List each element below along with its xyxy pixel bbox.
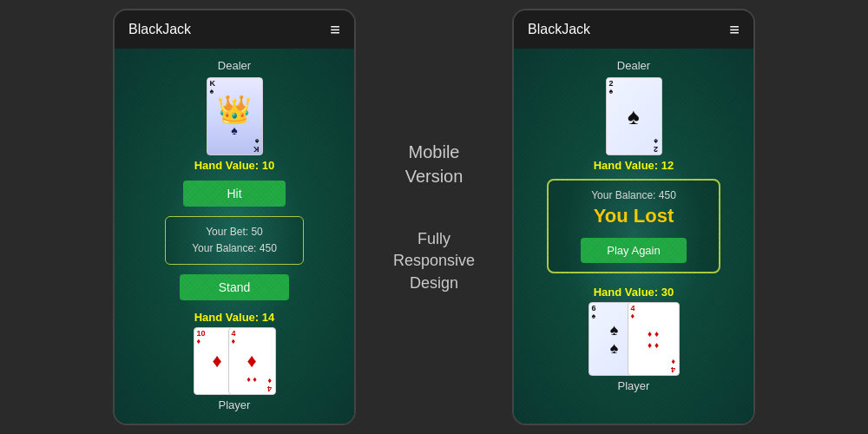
hit-button[interactable]: Hit bbox=[183, 181, 285, 207]
main-container: BlackJack ≡ Dealer K♠ 👑 ♠ K♠ Hand Value:… bbox=[0, 0, 868, 434]
result-box: Your Balance: 450 You Lost Play Again bbox=[547, 179, 720, 273]
left-hamburger-icon[interactable]: ≡ bbox=[330, 20, 340, 40]
balance-text: Your Balance: 450 bbox=[192, 240, 277, 257]
left-player-label: Player bbox=[219, 398, 251, 411]
right-dealer-label: Dealer bbox=[617, 59, 650, 72]
left-dealer-hand-value: Hand Value: 10 bbox=[194, 159, 275, 172]
right-player-label: Player bbox=[618, 379, 650, 392]
right-player-cards: 6♠ ♠♠ 6♠ 4♦ ♦ ♦ ♦ ♦ 4♦ bbox=[589, 302, 680, 376]
responsive-design-text: Fully Responsive Design bbox=[393, 228, 475, 294]
bet-balance-box: Your Bet: 50 Your Balance: 450 bbox=[165, 216, 304, 265]
right-phone: BlackJack ≡ Dealer 2♠ ♠ 2♠ Hand Value: 1… bbox=[512, 9, 755, 425]
right-phone-header: BlackJack ≡ bbox=[514, 10, 753, 49]
king-illustration: K♠ 👑 ♠ K♠ bbox=[207, 78, 262, 155]
result-balance: Your Balance: 450 bbox=[566, 189, 701, 201]
right-hamburger-icon[interactable]: ≡ bbox=[729, 20, 740, 40]
left-phone-body: Dealer K♠ 👑 ♠ K♠ Hand Value: 10 Hit bbox=[115, 49, 354, 424]
right-phone-title: BlackJack bbox=[528, 22, 590, 37]
right-player-section: Hand Value: 30 6♠ ♠♠ 6♠ bbox=[528, 282, 740, 398]
result-text: You Lost bbox=[566, 205, 701, 227]
left-dealer-card: K♠ 👑 ♠ K♠ bbox=[207, 77, 263, 155]
play-again-button[interactable]: Play Again bbox=[581, 238, 686, 263]
right-player-card-2: 4♦ ♦ ♦ ♦ ♦ 4♦ bbox=[628, 302, 680, 376]
left-player-hand-value: Hand Value: 14 bbox=[194, 311, 275, 324]
left-player-section: Hand Value: 14 10♦ ♦ 10♦ 4♦ ♦ bbox=[128, 307, 340, 417]
mobile-version-text: Mobile Version bbox=[405, 140, 464, 188]
bet-text: Your Bet: 50 bbox=[192, 224, 277, 240]
right-phone-body: Dealer 2♠ ♠ 2♠ Hand Value: 12 Your Balan… bbox=[514, 49, 753, 424]
left-phone-title: BlackJack bbox=[128, 22, 191, 37]
left-dealer-section: Dealer K♠ 👑 ♠ K♠ Hand Value: 10 bbox=[128, 59, 340, 175]
left-phone-header: BlackJack ≡ bbox=[115, 10, 354, 49]
left-phone: BlackJack ≡ Dealer K♠ 👑 ♠ K♠ Hand Value:… bbox=[113, 9, 356, 425]
left-player-card-2: 4♦ ♦ 4♦ ♦ ♦ bbox=[228, 327, 276, 395]
right-dealer-card: 2♠ ♠ 2♠ bbox=[606, 77, 662, 155]
left-dealer-label: Dealer bbox=[218, 59, 251, 72]
right-dealer-section: Dealer 2♠ ♠ 2♠ Hand Value: 12 bbox=[528, 59, 740, 175]
stand-button[interactable]: Stand bbox=[180, 274, 290, 300]
right-player-hand-value: Hand Value: 30 bbox=[594, 286, 674, 299]
left-player-cards: 10♦ ♦ 10♦ 4♦ ♦ 4♦ ♦ ♦ bbox=[194, 327, 276, 395]
middle-section: Mobile Version Fully Responsive Design bbox=[356, 140, 512, 294]
right-dealer-hand-value: Hand Value: 12 bbox=[594, 159, 674, 172]
